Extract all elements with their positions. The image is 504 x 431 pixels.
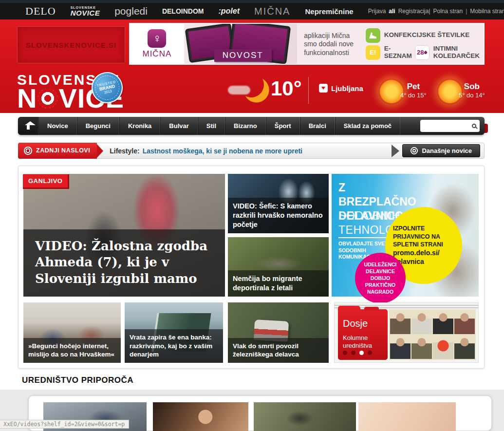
tab-novice[interactable]: Novice	[38, 117, 77, 135]
home-icon	[27, 125, 30, 130]
search-input[interactable]	[424, 123, 472, 130]
ganljivo-tag: GANLJIVO	[23, 174, 69, 189]
brand-micna[interactable]: MIČNA	[254, 6, 290, 17]
columnist-photo	[411, 310, 432, 334]
columnist-photo	[433, 310, 453, 334]
search-box[interactable]	[420, 120, 480, 132]
bullseye-o-icon	[38, 89, 57, 108]
columnist-photo	[454, 335, 475, 359]
ad-pink-circle: UDELEŽENCI DELAVNICE DOBIJO PRAKTIČNO NA…	[355, 253, 406, 303]
register-link[interactable]: Registracija|	[398, 8, 430, 15]
recommend-thumb-2[interactable]	[153, 402, 248, 431]
moon-cloud-icon	[228, 72, 266, 106]
account-links: Prijava ali Registracija| Polna stran | …	[368, 8, 504, 15]
columnist-photo	[390, 335, 411, 359]
columnist-photo	[454, 310, 475, 334]
city-name: Ljubljana	[331, 84, 363, 93]
main-navigation: Novice Begunci Kronika Bulvar Stil Bizar…	[18, 117, 485, 135]
forecast-friday: Pet 4° do 15°	[400, 82, 427, 99]
divider	[308, 77, 309, 104]
site-header: SLOVENSKENOVICE.SI ♀ MIČNA NOVOST aplika…	[0, 19, 504, 113]
micna-banner-ad[interactable]: ♀ MIČNA NOVOST aplikaciji Mična smo doda…	[129, 23, 485, 65]
brand-delo[interactable]: DELO	[25, 5, 56, 18]
separator: |	[466, 8, 467, 15]
banner-text: aplikaciji Mična smo dodali nove funkcio…	[297, 24, 366, 64]
columnist-photo	[390, 310, 411, 334]
city-selector[interactable]: Ljubljana	[319, 84, 363, 93]
tab-bralci[interactable]: Bralci	[300, 117, 335, 135]
login-link[interactable]: Prijava	[368, 8, 386, 15]
recommend-heading: UREDNIŠTVO PRIPOROČA	[22, 375, 133, 385]
recommend-thumb-4[interactable]	[358, 402, 456, 431]
chevron-down-icon[interactable]	[319, 84, 328, 93]
tab-kronika[interactable]: Kronika	[119, 117, 160, 135]
content-card: VIDEO: Žalostna zgodba Ahmeda (7), ki je…	[18, 166, 485, 369]
todays-news-button[interactable]: Današnje novice	[402, 144, 480, 157]
bottom-article-3[interactable]: Vlak do smrti povozil železniškega delav…	[228, 302, 329, 363]
banner-features: KONFEKCIJSKE ŠTEVILKE E! E-SEZNAM 28 INT…	[366, 24, 484, 64]
columnist-photos[interactable]	[389, 309, 476, 360]
article-title[interactable]: »Begunci hočejo internet, mislijo da so …	[23, 338, 121, 363]
article-title[interactable]: Vrata zapira še ena banka: razkrivamo, k…	[125, 329, 223, 363]
ali-text: ali	[389, 8, 395, 15]
article-title[interactable]: Nemčija bo migrante deportirala z letali	[228, 270, 329, 297]
calendar-28-icon: 28	[415, 45, 429, 60]
brand-nepremicnine[interactable]: Nepremičnine	[305, 7, 353, 16]
site-url-text: SLOVENSKENOVICE.SI	[26, 41, 116, 49]
page: DELO SLOVENSKE NOVICE pogledi DELOINDOM …	[0, 0, 504, 431]
dosje-widget: Dosje Kolumne uredništva	[334, 302, 479, 363]
secondary-article-1[interactable]: VIDEO: Šefic: S kamero razkrili hrvaško …	[228, 174, 329, 233]
tab-stil[interactable]: Stil	[198, 117, 225, 135]
brand-sn-bottom: NOVICE	[71, 9, 100, 17]
home-tab[interactable]	[18, 117, 38, 135]
main-article-title-overlay: VIDEO: Žalostna zgodba Ahmeda (7), ki je…	[23, 229, 225, 297]
shoe-icon	[366, 28, 380, 43]
news-ticker: ZADNJI NASLOVI Lifestyle: Lastnost moške…	[18, 143, 485, 159]
recommend-thumb-3[interactable]	[254, 402, 356, 431]
main-article[interactable]: VIDEO: Žalostna zgodba Ahmeda (7), ki je…	[23, 174, 225, 297]
target-icon	[411, 147, 418, 154]
search-icon[interactable]	[472, 124, 476, 128]
dosje-folder[interactable]: Dosje Kolumne uredništva	[338, 309, 388, 360]
bottom-article-1[interactable]: »Begunci hočejo internet, mislijo da so …	[23, 302, 121, 363]
banner-devices-image: NOVOST	[184, 24, 297, 64]
columnist-photo	[411, 335, 432, 359]
dosje-subtitle: Kolumne uredništva	[343, 334, 383, 350]
target-icon	[24, 147, 32, 155]
feature-eseznam: E! E-SEZNAM	[366, 44, 412, 61]
tab-bulvar[interactable]: Bulvar	[160, 117, 197, 135]
brand-pogledi[interactable]: pogledi	[114, 5, 148, 17]
brand-deloindom[interactable]: DELOINDOM	[162, 7, 204, 15]
full-site-link[interactable]: Polna stran	[433, 8, 463, 15]
ticker-link[interactable]: Lastnost moškega, ki se ji nobena ne mor…	[143, 147, 302, 155]
forecast-saturday: Sob 5° do 14°	[459, 82, 485, 99]
brand-bar: DELO SLOVENSKE NOVICE pogledi DELOINDOM …	[0, 3, 504, 19]
secondary-article-2[interactable]: Nemčija bo migrante deportirala z letali	[228, 237, 329, 297]
tab-sport[interactable]: Šport	[266, 117, 300, 135]
dot-2[interactable]	[351, 351, 355, 355]
micna-app-icon: ♀	[148, 29, 166, 48]
workshop-ad[interactable]: Z BREZPLAČNO DELAVNICO SODOBNIH TEHNOLOG…	[332, 174, 479, 297]
article-title[interactable]: Vlak do smrti povozil železniškega delav…	[228, 338, 329, 363]
brand-polet[interactable]: :polet	[218, 7, 240, 16]
main-article-title[interactable]: VIDEO: Žalostna zgodba Ahmeda (7), ki je…	[28, 233, 220, 293]
feature-koledarcek: 28 INTIMNI KOLEDARČEK	[415, 44, 480, 61]
article-title[interactable]: VIDEO: Šefic: S kamero razkrili hrvaško …	[228, 198, 329, 233]
ticker-headline: Lifestyle: Lastnost moškega, ki se ji no…	[110, 147, 302, 155]
e-seznam-icon: E!	[366, 45, 380, 60]
dot-1[interactable]	[343, 351, 347, 355]
dot-4[interactable]	[368, 351, 372, 355]
ad-url[interactable]: promo.delo.si/ delavnica	[393, 248, 454, 266]
site-url-box[interactable]: SLOVENSKENOVICE.SI	[17, 26, 125, 63]
tab-begunci[interactable]: Begunci	[77, 117, 119, 135]
mobile-site-link[interactable]: Mobilna stran	[470, 8, 504, 15]
bottom-article-2[interactable]: Vrata zapira še ena banka: razkrivamo, k…	[125, 302, 223, 363]
tab-sklad[interactable]: Sklad za pomoč	[335, 117, 400, 135]
tab-bizarno[interactable]: Bizarno	[225, 117, 266, 135]
dot-3-active[interactable]	[359, 351, 364, 355]
latest-headlines-label: ZADNJI NASLOVI	[18, 143, 97, 159]
current-temperature: 10°	[271, 77, 302, 100]
status-url-tooltip: XxEO/videos?shelf_id=2&view=0&sort=p	[0, 420, 129, 429]
chevron-right-icon	[392, 145, 399, 157]
brand-slovenske-novice[interactable]: SLOVENSKE NOVICE	[71, 6, 100, 17]
